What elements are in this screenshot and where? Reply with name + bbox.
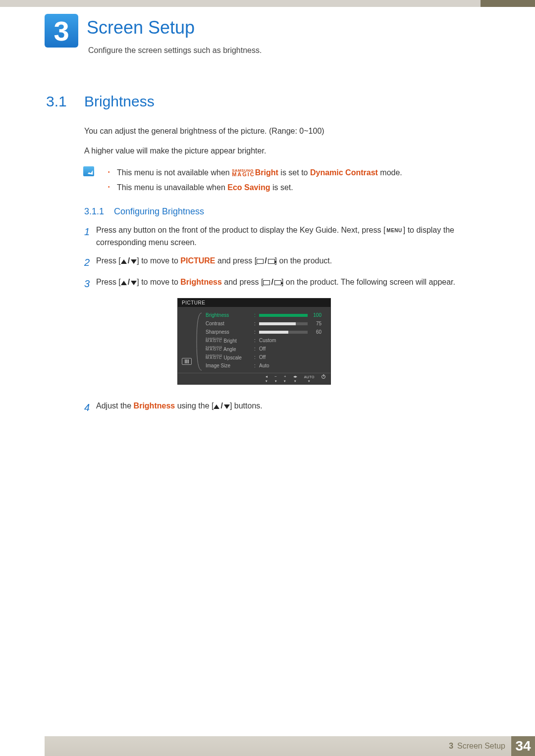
osd-bracket-icon <box>196 311 203 370</box>
up-arrow-icon <box>121 259 127 264</box>
osd-row: Contrast:75 <box>206 319 325 328</box>
osd-row: Brightness:100 <box>206 311 325 319</box>
osd-row: SAMSUNGMAGIC Upscale:Off <box>206 353 325 361</box>
page: 3 Screen Setup Configure the screen sett… <box>0 0 535 756</box>
osd-footer: ◂▾ −▾ +▾ ◂▸▾ AUTO▾ ▾ <box>178 373 330 384</box>
osd-header: PICTURE <box>178 299 330 307</box>
step-item: 4 Adjust the Brightness using the [/] bu… <box>84 400 478 415</box>
chapter-badge: 3 <box>45 14 78 48</box>
subsection-number: 3.1.1 <box>84 206 104 217</box>
footer-chapter-num: 3 <box>449 742 453 751</box>
power-icon <box>321 375 325 379</box>
step-item: 3 Press [/] to move to Brightness and pr… <box>84 276 478 292</box>
page-number: 34 <box>511 736 535 756</box>
section-number: 3.1 <box>46 93 67 110</box>
osd-row: Sharpness:60 <box>206 328 325 336</box>
osd-row: SAMSUNGMAGIC Angle:Off <box>206 345 325 353</box>
down-arrow-icon <box>224 404 230 409</box>
osd-side-icon <box>181 311 193 370</box>
osd-row: Image Size:Auto <box>206 361 325 370</box>
up-arrow-icon <box>214 404 219 409</box>
paragraph: A higher value will make the picture app… <box>84 146 478 156</box>
note-item: This menu is not available when SAMSUNGM… <box>108 166 478 179</box>
step-item: 1 Press any button on the front of the p… <box>84 224 478 249</box>
section-title: Brightness <box>84 93 155 110</box>
paragraph: You can adjust the general brightness of… <box>84 126 478 137</box>
enter-icon <box>263 280 270 285</box>
note-icon <box>83 166 94 176</box>
down-arrow-icon <box>131 281 137 285</box>
steps-list: 1 Press any button on the front of the p… <box>84 224 478 298</box>
step-item: 2 Press [/] to move to PICTURE and press… <box>84 255 478 270</box>
top-accent-bar <box>0 0 535 7</box>
up-arrow-icon <box>121 281 127 285</box>
down-arrow-icon <box>131 259 137 264</box>
subsection-title: Configuring Brightness <box>114 206 204 217</box>
note-list: This menu is not available when SAMSUNGM… <box>108 166 478 196</box>
source-icon <box>274 280 281 285</box>
osd-row: SAMSUNGMAGIC Bright:Custom <box>206 336 325 345</box>
source-icon <box>268 259 275 264</box>
osd-screenshot: PICTURE Brightness:100Contrast:75Sharpne… <box>177 298 331 385</box>
chapter-subtitle: Configure the screen settings such as br… <box>88 46 262 55</box>
enter-icon <box>257 259 264 264</box>
note-item: This menu is unavailable when Eco Saving… <box>108 181 478 194</box>
menu-key-icon: MENU <box>385 226 403 235</box>
chapter-title: Screen Setup <box>87 17 195 38</box>
page-footer: 3 Screen Setup 34 <box>0 736 535 756</box>
footer-chapter-title: Screen Setup <box>457 742 505 751</box>
